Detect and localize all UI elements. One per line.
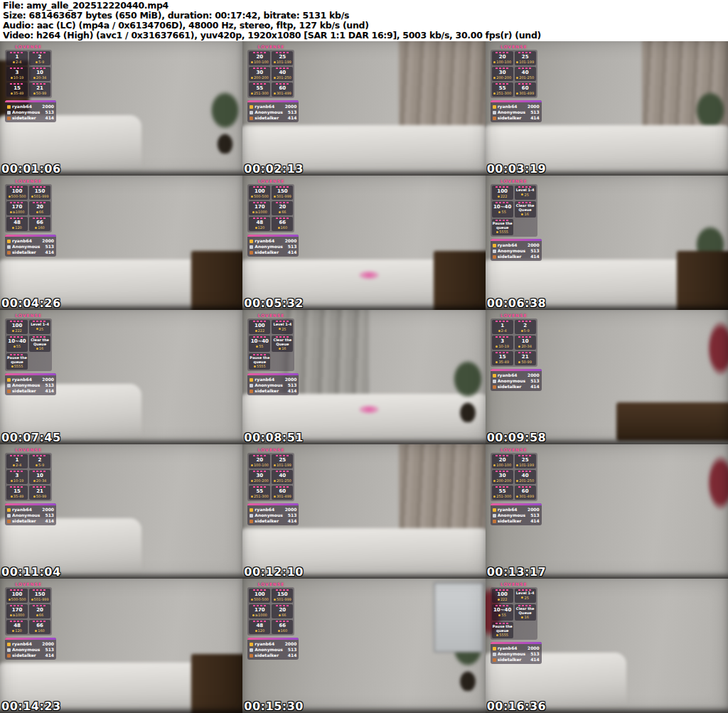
leaderboard-row: sidetalker414 [493,384,540,390]
leaderboard-header-bar [5,100,56,102]
coin-icon [11,495,13,498]
tile-accent-bar [496,471,510,472]
tip-menu-tile: Pause the queue5555 [492,219,513,235]
tile-price: 222 [493,194,513,198]
leaderboard-row: ryanb642000 [250,377,296,382]
overlay-title: LOVENSE [247,581,294,587]
leaderboard-score: 414 [530,384,540,390]
coin-icon [11,77,13,79]
video-thumbnail: LOVENSE 100222Level 1-42510~4055Clear th… [486,176,728,310]
tile-price: ≥1000 [7,210,27,214]
tile-price: 50-99 [30,91,50,95]
trophy-bronze-icon [493,385,496,389]
tile-price: 222 [250,328,269,333]
tile-price-text: 5555 [257,364,266,368]
leaderboard-row: Anonymous513 [7,647,54,653]
leaderboard-row: Anonymous513 [493,513,540,518]
tile-price-text: 301-499 [519,494,534,498]
leaderboard-panel: ryanb642000Anonymous513sidetalker414 [5,638,56,660]
tile-value: 15 [7,85,27,91]
tile-value: 2 [515,323,535,328]
tile-price-text: 201-250 [277,478,291,483]
tip-menu-tile: Level 1-425 [29,320,50,334]
trophy-bronze-icon [493,658,496,662]
coin-icon [521,596,523,599]
tip-menu-tile: 48120 [249,620,270,634]
tile-price-text: 5-9 [524,328,530,333]
tile-accent-bar [10,83,24,85]
tip-menu-tile: 40201-250 [515,67,536,81]
tile-value: 20 [250,54,269,60]
tile-price-text: 251-300 [254,91,269,95]
leaderboard-name: sidetalker [255,115,286,121]
leaderboard-row: sidetalker414 [493,657,540,663]
tile-value: 25 [515,457,535,463]
leaderboard-row: ryanb642000 [7,641,54,647]
tile-price-text: 201-250 [519,75,534,80]
tile-price-text: ≥1000 [13,210,25,214]
tile-price-text: 160 [38,628,45,633]
leaderboard-name: Anonymous [12,647,43,653]
coin-icon [493,464,496,466]
tile-price-text: 66 [282,210,286,214]
trophy-silver-icon [7,384,11,387]
tip-menu-tile: 25-9 [29,454,50,468]
tip-menu-tile: 25-9 [515,320,536,334]
tile-value: 20 [272,204,292,210]
tile-accent-bar [253,589,267,591]
leaderboard-header-bar [247,100,299,102]
trophy-gold-icon [250,378,253,382]
tile-value: 100 [493,591,513,597]
leaderboard-name: sidetalker [498,518,529,524]
leaderboard-score: 2000 [285,507,297,513]
coin-icon [493,77,496,79]
tile-accent-bar [10,186,24,188]
tile-price-text: 2-4 [16,463,21,467]
tile-price-text: 160 [38,225,45,230]
tile-accent-bar [10,52,24,53]
stream-overlay: LOVENSE 100222Level 1-42510~4055Clear th… [247,313,294,395]
tile-price-text: 5-9 [38,463,44,467]
trophy-gold-icon [493,105,496,109]
coin-icon [516,61,518,63]
trophy-gold-icon [493,244,496,247]
timestamp-label: 00:05:32 [244,296,304,310]
tile-price: 35-49 [7,91,27,95]
tile-price-text: 25 [524,193,528,197]
stream-overlay: LOVENSE 12-425-9310-191020-341535-492150… [491,313,537,391]
tile-accent-bar [10,202,24,203]
leaderboard-row: sidetalker414 [493,518,540,524]
timestamp-label: 00:14:23 [1,699,61,713]
leaderboard-name: Anonymous [255,647,286,653]
tile-price: 5-9 [30,463,50,467]
tip-menu-tile: 25101-199 [272,454,293,468]
coin-icon [498,614,500,616]
stream-overlay: LOVENSE 100222Level 1-42510~4055Clear th… [491,581,537,664]
tile-price-text: 200-200 [254,75,269,80]
tile-accent-bar [276,83,290,85]
tile-price-text: 20-34 [36,75,47,80]
tip-menu-tile: 55251-300 [249,486,270,500]
tile-value: 60 [272,85,292,91]
leaderboard-score: 2000 [285,238,297,244]
tip-menu-panel: 100222Level 1-42510~4055Clear the Queue1… [247,318,294,371]
tile-price-text: 50-99 [36,494,47,498]
tile-accent-bar [253,621,267,622]
leaderboard-name: Anonymous [255,513,286,518]
tile-accent-bar [253,202,267,203]
tip-menu-tile: 150501-999 [272,186,293,200]
tip-menu-panel: 100222Level 1-42510~4055Clear the Queue1… [491,184,537,237]
tip-menu-tile: 150501-999 [272,589,293,603]
tile-price: 55 [250,344,269,348]
tile-price: 50-99 [30,494,50,498]
tile-price-text: 301-499 [277,494,291,498]
trophy-bronze-icon [250,251,253,254]
tile-value: 55 [493,85,513,91]
tile-value: 1 [493,323,513,328]
stream-overlay: LOVENSE 20100-10025101-19930200-20040201… [491,44,537,122]
leaderboard-name: Anonymous [255,244,286,250]
leaderboard-score: 513 [530,378,540,384]
tile-price: 5555 [250,364,269,368]
tip-menu-tile: 25101-199 [515,454,536,468]
leaderboard-score: 513 [530,513,540,518]
